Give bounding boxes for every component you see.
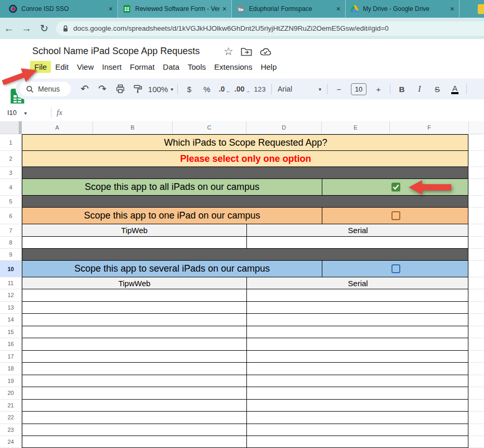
empty-cell-right-row-21[interactable] — [246, 400, 469, 412]
tab-eduphoria-formspace[interactable]: Eduphoria! Formspace × — [232, 0, 346, 18]
name-box[interactable]: I10 ▾ — [7, 109, 46, 117]
grid-overflow-sliver[interactable] — [468, 261, 484, 277]
row-header-21[interactable]: 21 — [0, 400, 22, 412]
option-label-cell-row-4[interactable]: Scope this app to all iPads on our campu… — [22, 179, 322, 195]
grid-overflow-sliver[interactable] — [468, 375, 484, 388]
format-currency-button[interactable]: $ — [180, 85, 198, 94]
bold-button[interactable]: B — [393, 85, 411, 94]
empty-cell-left-row-12[interactable] — [22, 289, 246, 301]
checkbox-checked[interactable] — [391, 183, 400, 191]
column-header-B[interactable]: B — [93, 121, 172, 134]
reload-icon[interactable]: ↻ — [35, 20, 53, 37]
star-icon[interactable]: ☆ — [224, 46, 233, 57]
empty-cell-left-row-16[interactable] — [22, 338, 246, 350]
grid-overflow-sliver[interactable] — [468, 151, 484, 167]
forward-icon[interactable]: → — [18, 20, 35, 37]
row-header-2[interactable]: 2 — [0, 151, 22, 167]
grid-overflow-sliver[interactable] — [468, 208, 484, 224]
table-header-right-row-7[interactable]: Serial — [246, 224, 469, 236]
row-header-7[interactable]: 7 — [0, 224, 22, 237]
grid-overflow-sliver[interactable] — [468, 400, 484, 412]
strikethrough-button[interactable]: S — [428, 85, 446, 94]
empty-cell-left-row-18[interactable] — [22, 363, 246, 375]
row-header-18[interactable]: 18 — [0, 363, 22, 375]
grid-overflow-sliver[interactable] — [468, 412, 484, 424]
document-title[interactable]: School Name iPad Scope App Requests — [32, 46, 200, 57]
option-label-cell-row-6[interactable]: Scope this app to one iPad on our campus — [22, 208, 322, 224]
empty-cell-left-row-13[interactable] — [22, 302, 246, 314]
column-header-A[interactable]: A — [22, 121, 93, 134]
row-header-8[interactable]: 8 — [0, 237, 22, 249]
empty-cell-right-row-12[interactable] — [246, 289, 469, 301]
empty-cell-left-row-19[interactable] — [22, 375, 246, 387]
row-header-10[interactable]: 10 — [0, 261, 22, 277]
row-header-20[interactable]: 20 — [0, 387, 22, 400]
menu-insert[interactable]: Insert — [98, 61, 126, 73]
column-header-C[interactable]: C — [172, 121, 246, 134]
empty-cell-right-row-8[interactable] — [246, 237, 469, 248]
fx-icon[interactable]: fx — [57, 108, 62, 117]
decrease-decimal-button[interactable]: .0← — [216, 85, 233, 94]
font-family-select[interactable]: Arial▾ — [274, 85, 324, 93]
redo-icon[interactable]: ↷ — [94, 84, 111, 94]
grid-overflow-sliver[interactable] — [468, 196, 484, 208]
menu-data[interactable]: Data — [159, 61, 184, 73]
grid-overflow-sliver[interactable] — [468, 302, 484, 314]
close-icon[interactable]: × — [336, 5, 341, 13]
empty-cell-right-row-23[interactable] — [246, 424, 469, 436]
empty-cell-left-row-20[interactable] — [22, 387, 246, 399]
menu-tools[interactable]: Tools — [184, 61, 210, 73]
table-header-left-row-7[interactable]: TipWeb — [22, 224, 246, 236]
column-header-partial[interactable] — [468, 121, 484, 134]
empty-cell-right-row-14[interactable] — [246, 314, 469, 326]
empty-cell-right-row-22[interactable] — [246, 412, 469, 424]
row-header-23[interactable]: 23 — [0, 424, 22, 437]
empty-cell-right-row-20[interactable] — [246, 387, 469, 399]
grid-overflow-sliver[interactable] — [468, 224, 484, 237]
spacer-cell-row-5[interactable] — [22, 196, 469, 207]
empty-cell-right-row-16[interactable] — [246, 338, 469, 350]
undo-icon[interactable]: ↶ — [76, 84, 94, 94]
instruction-cell-row-2[interactable]: Please select only one option — [22, 151, 469, 167]
move-folder-icon[interactable] — [241, 47, 252, 56]
menus-search-button[interactable]: Menus — [20, 82, 71, 96]
text-color-button[interactable]: A — [446, 84, 464, 94]
menu-extensions[interactable]: Extensions — [210, 61, 256, 73]
close-icon[interactable]: × — [109, 5, 113, 13]
row-header-15[interactable]: 15 — [0, 326, 22, 339]
row-header-17[interactable]: 17 — [0, 351, 22, 363]
row-header-16[interactable]: 16 — [0, 338, 22, 351]
empty-cell-right-row-24[interactable] — [246, 436, 469, 447]
row-header-14[interactable]: 14 — [0, 314, 22, 326]
row-header-5[interactable]: 5 — [0, 196, 22, 208]
grid-overflow-sliver[interactable] — [468, 363, 484, 375]
close-icon[interactable]: × — [450, 5, 454, 13]
spacer-cell-row-3[interactable] — [22, 167, 469, 178]
menu-view[interactable]: View — [73, 61, 98, 73]
grid-overflow-sliver[interactable] — [468, 277, 484, 289]
grid-overflow-sliver[interactable] — [468, 179, 484, 196]
banner-cell-row-1[interactable]: Which iPads to Scope Requested App? — [22, 135, 469, 150]
empty-cell-left-row-24[interactable] — [22, 436, 246, 447]
row-header-11[interactable]: 11 — [0, 277, 22, 289]
grid-overflow-sliver[interactable] — [468, 249, 484, 261]
empty-cell-left-row-15[interactable] — [22, 326, 246, 338]
row-header-6[interactable]: 6 — [0, 208, 22, 224]
row-header-22[interactable]: 22 — [0, 412, 22, 424]
increase-decimal-button[interactable]: .00→ — [233, 85, 251, 94]
paint-format-icon[interactable] — [129, 84, 147, 94]
address-bar[interactable]: docs.google.com/spreadsheets/d/1kVGJkHJO… — [56, 21, 484, 36]
grid-overflow-sliver[interactable] — [468, 351, 484, 363]
grid-overflow-sliver[interactable] — [468, 326, 484, 339]
tab-conroe-isd-sso[interactable]: Conroe ISD SSO × — [4, 0, 118, 18]
grid-overflow-sliver[interactable] — [468, 436, 484, 448]
menu-help[interactable]: Help — [256, 61, 281, 73]
cloud-saved-icon[interactable] — [259, 47, 272, 56]
grid-overflow-sliver[interactable] — [468, 314, 484, 326]
option-checkbox-cell-row-10[interactable] — [322, 261, 469, 277]
table-header-right-row-11[interactable]: Serial — [246, 277, 469, 289]
spacer-cell-row-9[interactable] — [22, 249, 469, 260]
empty-cell-right-row-18[interactable] — [246, 363, 469, 375]
empty-cell-left-row-21[interactable] — [22, 400, 246, 412]
option-checkbox-cell-row-6[interactable] — [322, 208, 469, 224]
